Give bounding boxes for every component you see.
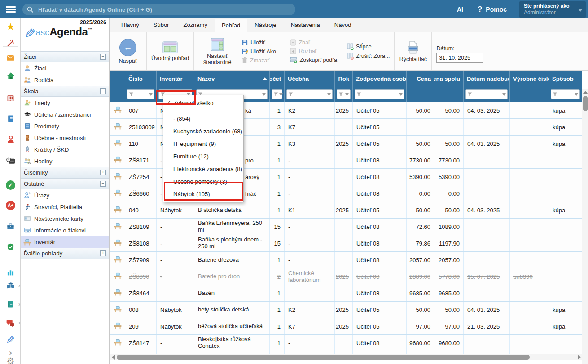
- column-header-cislo[interactable]: Číslo: [125, 71, 157, 86]
- save-as-button[interactable]: Uložiť Ako...: [241, 48, 281, 55]
- strip-briefcase-icon[interactable]: [0, 219, 21, 233]
- filter-option-4[interactable]: Furniture (12): [163, 150, 243, 163]
- sidebar-section-ciselniky[interactable]: Číselníky+: [21, 167, 109, 178]
- filter-dropdown-sposob[interactable]: [551, 89, 580, 99]
- user-menu[interactable]: Ste prihlásený ako Administrátor: [519, 1, 586, 18]
- sidebar-item-triedy[interactable]: Triedy: [21, 97, 109, 109]
- set-default-view-button[interactable]: Nastaviť štandardné: [198, 38, 236, 66]
- home-view-button[interactable]: Úvodný pohľad: [151, 41, 189, 61]
- scroll-right-icon[interactable]: [578, 355, 581, 360]
- tab-pohlad[interactable]: Pohľad: [215, 19, 247, 32]
- filter-dropdown-cislo[interactable]: [127, 89, 154, 99]
- table-row[interactable]: 040NábytokB stolička detská1K12025Učiteľ…: [110, 202, 582, 219]
- filter-option-0[interactable]: ✓Zobraziť všetko: [163, 96, 243, 110]
- sidebar-section-skola[interactable]: Škola−: [21, 86, 109, 97]
- table-row[interactable]: ZŠ7909-Baterie dřezová1-Učiteľ 082057.00…: [110, 252, 582, 268]
- filter-dropdown-ucebna[interactable]: [286, 89, 333, 99]
- collapse-icon[interactable]: −: [100, 88, 106, 94]
- scroll-left-icon[interactable]: [112, 355, 115, 360]
- column-header-rok[interactable]: Rok: [335, 71, 353, 86]
- sidebar-item-predmety[interactable]: Predmety: [21, 120, 109, 132]
- sidebar-item-ucitelia-zamestnanci[interactable]: Učitelia / zamestnanci: [21, 109, 109, 120]
- sidebar-item-navstevnicke-karty[interactable]: Návštevnícke karty: [21, 213, 109, 224]
- vertical-scroll-thumb[interactable]: [583, 96, 588, 111]
- columns-button[interactable]: Stĺpce: [347, 43, 390, 50]
- sidebar-item-ucebne-miestnosti[interactable]: Učebne - miestnosti: [21, 132, 109, 144]
- strip-settings-gear-icon[interactable]: ⚙: [0, 354, 21, 364]
- sidebar-item-ziaci[interactable]: Žiaci: [21, 62, 109, 74]
- column-header-vyrobne[interactable]: Výrobné číslo: [510, 71, 549, 86]
- tab-zoznamy[interactable]: Zoznamy: [176, 18, 214, 32]
- column-header-cena_spolu[interactable]: Cena spolu: [434, 71, 464, 86]
- help-button[interactable]: ? Pomoc: [471, 5, 513, 14]
- strip-person-icon[interactable]: [0, 132, 21, 146]
- tab-nastroje[interactable]: Nástroje: [247, 18, 283, 32]
- column-header-sposob[interactable]: Spôsob: [549, 71, 582, 86]
- collapse-icon[interactable]: −: [100, 54, 106, 60]
- strip-home-icon[interactable]: [0, 69, 21, 83]
- strip-magic-wand-icon[interactable]: [0, 36, 21, 50]
- cancel-sort-button[interactable]: Zrušiť: Zora...: [347, 53, 390, 60]
- strip-grades-aplus-icon[interactable]: A+: [0, 198, 21, 212]
- strip-documents-icon[interactable]: ›: [0, 298, 21, 311]
- filter-option-5[interactable]: Elektronické zariadenia (8): [163, 163, 243, 175]
- column-header-datum[interactable]: Dátum nadobudnutia: [464, 71, 510, 86]
- table-row[interactable]: ZŠ8108-Baňka s plochým dnem - 250 ml15-U…: [110, 235, 582, 252]
- ai-button[interactable]: AI: [449, 6, 471, 13]
- column-header-inventar[interactable]: Inventár: [157, 71, 194, 86]
- tab-nastavenia[interactable]: Nastavenia: [284, 18, 327, 32]
- sidebar-item-inventar[interactable]: Inventár: [21, 236, 109, 248]
- expand-icon[interactable]: +: [100, 170, 106, 175]
- table-row[interactable]: 209Nábytokbéžová stolička učiteľská1K720…: [110, 318, 582, 335]
- strip-asc-pen-icon[interactable]: ✎: [0, 333, 21, 347]
- search-input[interactable]: [37, 6, 291, 13]
- quick-print-button[interactable]: Rýchla tlač: [399, 41, 427, 62]
- expand-icon[interactable]: +: [100, 250, 106, 256]
- sidebar-item-kruzky-skd[interactable]: Krúžky / ŠKD: [21, 144, 109, 155]
- column-header-osoba[interactable]: Zodpovedná osoba: [353, 71, 407, 86]
- strip-messages-chat-icon[interactable]: ›: [0, 316, 21, 329]
- filter-option-6[interactable]: Učebné pomôcky (3): [163, 175, 243, 188]
- sidebar-item-rodicia[interactable]: Rodičia: [21, 74, 109, 86]
- scroll-up-icon[interactable]: [583, 91, 588, 94]
- sidebar-section-dalsie-pohlady[interactable]: Ďalšie pohľady+: [21, 248, 109, 259]
- strip-attendance-check-icon[interactable]: ✓: [0, 178, 21, 192]
- sidebar-item-hodiny[interactable]: Hodiny: [21, 155, 109, 167]
- column-header-ucebna[interactable]: Učebňa: [285, 71, 335, 86]
- hamburger-menu-button[interactable]: [0, 0, 21, 18]
- group-by-button[interactable]: Zoskupiť podľa: [290, 57, 337, 63]
- expand-button[interactable]: Rozbaľ: [290, 48, 337, 54]
- sidebar-item-informacie-o-ziakovi[interactable]: Informácie o žiakovi: [21, 224, 109, 236]
- column-header-pocet[interactable]: Počet: [270, 71, 285, 86]
- global-search[interactable]: [22, 4, 295, 15]
- strip-lessons-clock-icon[interactable]: [0, 154, 21, 167]
- filter-option-7[interactable]: Nábytok (105): [163, 188, 243, 201]
- strip-timetable-icon[interactable]: [0, 91, 21, 105]
- strip-shield-icon[interactable]: [0, 240, 21, 254]
- filter-dropdown-rok[interactable]: [337, 89, 351, 99]
- table-row[interactable]: ZŠ8109-Baňka Erlenmeyera, 250 ml15-Učite…: [110, 219, 582, 235]
- sidebar-item-stravnici-platitelia[interactable]: Stravníci, Platitelia: [21, 201, 109, 213]
- column-header-cena[interactable]: Cena: [407, 71, 434, 86]
- table-row[interactable]: ZŠ8147-Bleskojistka růžková Conatex1-Uči…: [110, 335, 582, 351]
- sidebar-section-ostatne[interactable]: Ostatné−: [21, 178, 109, 189]
- filter-option-3[interactable]: IT equipment (9): [163, 138, 243, 150]
- table-row[interactable]: ZŠ8390-Baterie pro dron2Chemické laborat…: [110, 268, 582, 285]
- collapse-icon[interactable]: −: [100, 181, 106, 187]
- filter-dropdown-osoba[interactable]: [355, 89, 404, 99]
- filter-option-2[interactable]: Kuchynské zariadenie (68): [163, 125, 243, 138]
- sidebar-section-ziaci[interactable]: Žiaci−: [21, 51, 109, 62]
- tab-navod[interactable]: Návod: [327, 18, 359, 32]
- filter-option-1[interactable]: - (854): [163, 113, 243, 125]
- collapse-button[interactable]: Zbaľ: [290, 39, 337, 46]
- strip-classbook-icon[interactable]: [0, 112, 21, 125]
- vertical-scrollbar[interactable]: [582, 89, 588, 364]
- save-button[interactable]: Uložiť: [241, 39, 281, 46]
- delete-button[interactable]: Zmazať: [241, 57, 281, 64]
- back-button[interactable]: ← Naspäť: [114, 39, 142, 64]
- filter-dropdown-pocet[interactable]: [272, 89, 282, 99]
- filter-dropdown-datum[interactable]: [465, 89, 508, 99]
- strip-favorites-star-icon[interactable]: ★: [0, 20, 21, 34]
- column-header-icon[interactable]: [110, 71, 125, 86]
- table-row[interactable]: ZŠ8464-Bazén1-Učiteľ 089685.009685.00: [110, 285, 582, 302]
